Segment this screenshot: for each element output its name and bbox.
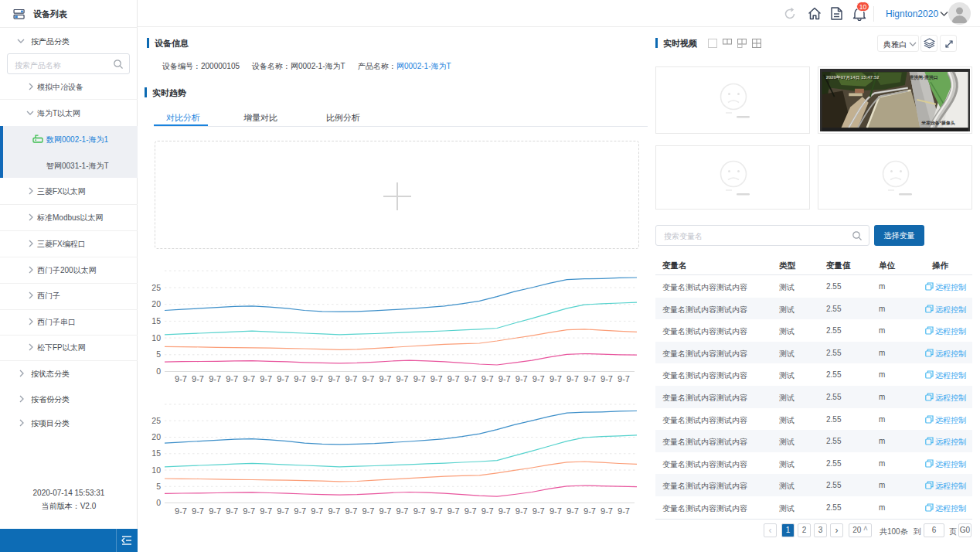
svg-text:9-7: 9-7 bbox=[499, 506, 511, 516]
svg-text:9-7: 9-7 bbox=[328, 374, 340, 383]
svg-text:9-7: 9-7 bbox=[533, 374, 545, 383]
svg-text:9-7: 9-7 bbox=[464, 506, 477, 516]
svg-text:9-7: 9-7 bbox=[260, 506, 272, 516]
svg-text:5: 5 bbox=[156, 349, 161, 359]
svg-text:9-7: 9-7 bbox=[396, 374, 409, 383]
svg-text:9-7: 9-7 bbox=[516, 506, 528, 516]
svg-text:9-7: 9-7 bbox=[345, 374, 357, 383]
svg-text:15: 15 bbox=[151, 448, 161, 458]
svg-text:0: 0 bbox=[156, 366, 161, 376]
svg-text:9-7: 9-7 bbox=[601, 374, 613, 383]
svg-text:9-7: 9-7 bbox=[396, 506, 409, 516]
svg-text:9-7: 9-7 bbox=[277, 374, 289, 383]
svg-text:9-7: 9-7 bbox=[175, 506, 187, 516]
svg-text:9-7: 9-7 bbox=[567, 506, 579, 516]
svg-text:9-7: 9-7 bbox=[260, 374, 272, 383]
svg-text:9-7: 9-7 bbox=[584, 374, 596, 383]
svg-text:15: 15 bbox=[151, 316, 161, 325]
svg-text:9-7: 9-7 bbox=[516, 374, 528, 383]
svg-text:9-7: 9-7 bbox=[328, 506, 340, 516]
svg-text:9-7: 9-7 bbox=[277, 506, 289, 516]
svg-text:9-7: 9-7 bbox=[209, 374, 221, 383]
svg-text:9-7: 9-7 bbox=[584, 506, 596, 516]
svg-text:米家设备*摄像头: 米家设备*摄像头 bbox=[920, 121, 955, 127]
svg-text:5: 5 bbox=[156, 482, 161, 491]
svg-text:20: 20 bbox=[151, 299, 161, 308]
svg-text:9-7: 9-7 bbox=[192, 506, 204, 516]
svg-text:9-7: 9-7 bbox=[362, 506, 374, 516]
svg-text:9-7: 9-7 bbox=[430, 506, 443, 516]
svg-text:2020年07月14日 15:47:52: 2020年07月14日 15:47:52 bbox=[826, 74, 880, 80]
svg-text:9-7: 9-7 bbox=[481, 506, 494, 516]
svg-text:25: 25 bbox=[151, 416, 161, 425]
svg-text:25: 25 bbox=[151, 283, 161, 292]
svg-text:9-7: 9-7 bbox=[447, 506, 460, 516]
svg-text:9-7: 9-7 bbox=[413, 506, 426, 516]
svg-text:9-7: 9-7 bbox=[294, 374, 306, 383]
svg-text:9-7: 9-7 bbox=[379, 374, 392, 383]
svg-text:9-7: 9-7 bbox=[550, 506, 562, 516]
svg-text:9-7: 9-7 bbox=[550, 374, 562, 383]
svg-text:9-7: 9-7 bbox=[192, 374, 204, 383]
svg-text:9-7: 9-7 bbox=[499, 374, 511, 383]
svg-text:9-7: 9-7 bbox=[430, 374, 443, 383]
svg-text:9-7: 9-7 bbox=[362, 374, 374, 383]
svg-text:20: 20 bbox=[151, 432, 161, 441]
svg-text:9-7: 9-7 bbox=[413, 374, 426, 383]
svg-text:9-7: 9-7 bbox=[226, 374, 238, 383]
svg-text:9-7: 9-7 bbox=[601, 506, 613, 516]
svg-text:泄洪闸-泄洪口: 泄洪闸-泄洪口 bbox=[909, 75, 938, 80]
svg-text:10: 10 bbox=[151, 465, 161, 475]
svg-text:9-7: 9-7 bbox=[294, 506, 306, 516]
svg-text:10: 10 bbox=[151, 333, 161, 342]
svg-text:9-7: 9-7 bbox=[209, 506, 221, 516]
svg-text:9-7: 9-7 bbox=[175, 374, 187, 383]
svg-text:9-7: 9-7 bbox=[243, 506, 255, 516]
svg-text:9-7: 9-7 bbox=[533, 506, 545, 516]
svg-text:0: 0 bbox=[156, 498, 161, 507]
svg-text:9-7: 9-7 bbox=[481, 374, 494, 383]
svg-text:9-7: 9-7 bbox=[311, 506, 323, 516]
svg-text:9-7: 9-7 bbox=[311, 374, 323, 383]
svg-text:9-7: 9-7 bbox=[618, 374, 630, 383]
svg-text:9-7: 9-7 bbox=[618, 506, 630, 516]
svg-text:9-7: 9-7 bbox=[243, 374, 255, 383]
svg-text:9-7: 9-7 bbox=[447, 374, 460, 383]
svg-text:9-7: 9-7 bbox=[464, 374, 477, 383]
svg-text:9-7: 9-7 bbox=[379, 506, 392, 516]
svg-text:9-7: 9-7 bbox=[226, 506, 238, 516]
svg-text:9-7: 9-7 bbox=[567, 374, 579, 383]
svg-text:9-7: 9-7 bbox=[345, 506, 357, 516]
